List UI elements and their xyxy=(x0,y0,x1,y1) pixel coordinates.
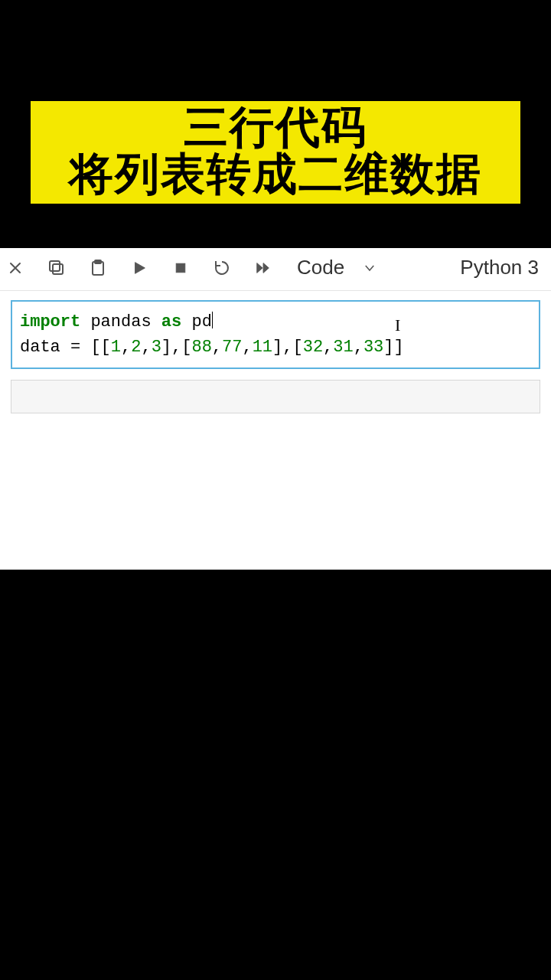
comma: , xyxy=(323,338,333,357)
cut-icon[interactable] xyxy=(5,257,26,279)
bracket: ],[ xyxy=(161,338,192,357)
keyword-as: as xyxy=(161,312,181,332)
fast-forward-icon[interactable] xyxy=(253,257,274,279)
num: 1 xyxy=(111,338,121,357)
num: 11 xyxy=(253,338,272,357)
code-cell-active[interactable]: import pandas as pd data = [[1,2,3],[88,… xyxy=(11,300,540,369)
alias-pd: pd xyxy=(181,312,212,332)
kernel-indicator[interactable]: Python 3 xyxy=(460,256,546,279)
num: 31 xyxy=(333,338,353,357)
title-banner: 三行代码 将列表转成二维数据 xyxy=(31,101,520,204)
cells-container: import pandas as pd data = [[1,2,3],[88,… xyxy=(0,291,551,433)
banner-line-1: 三行代码 xyxy=(31,104,520,151)
num: 32 xyxy=(303,338,323,357)
text-cursor-icon: I xyxy=(395,312,400,338)
text-caret xyxy=(212,312,213,328)
code-cell-empty[interactable] xyxy=(11,380,540,413)
code-line2-prefix: data = [[ xyxy=(20,338,111,357)
cell-type-label: Code xyxy=(297,256,344,279)
comma: , xyxy=(141,338,151,357)
copy-icon[interactable] xyxy=(46,257,67,279)
comma: , xyxy=(212,338,222,357)
bracket: ],[ xyxy=(272,338,303,357)
svg-rect-4 xyxy=(176,263,185,273)
comma: , xyxy=(121,338,131,357)
restart-icon[interactable] xyxy=(211,257,233,279)
paste-icon[interactable] xyxy=(87,257,109,279)
bracket-end: ]] xyxy=(383,338,403,357)
keyword-import: import xyxy=(20,312,80,332)
comma: , xyxy=(242,338,252,357)
run-icon[interactable] xyxy=(129,257,150,279)
num: 88 xyxy=(191,338,211,357)
chevron-down-icon xyxy=(363,261,377,275)
notebook-toolbar: Code Python 3 xyxy=(0,248,551,291)
jupyter-notebook: Code Python 3 import pandas as pd data =… xyxy=(0,248,551,570)
module-pandas: pandas xyxy=(80,312,161,332)
num: 77 xyxy=(222,338,242,357)
num: 33 xyxy=(364,338,383,357)
svg-rect-0 xyxy=(53,264,63,274)
comma: , xyxy=(354,338,364,357)
svg-rect-1 xyxy=(50,261,60,271)
num: 3 xyxy=(152,338,161,357)
stop-icon[interactable] xyxy=(170,257,191,279)
num: 2 xyxy=(131,338,141,357)
banner-line-2: 将列表转成二维数据 xyxy=(31,151,520,198)
cell-type-selector[interactable]: Code xyxy=(297,256,377,279)
